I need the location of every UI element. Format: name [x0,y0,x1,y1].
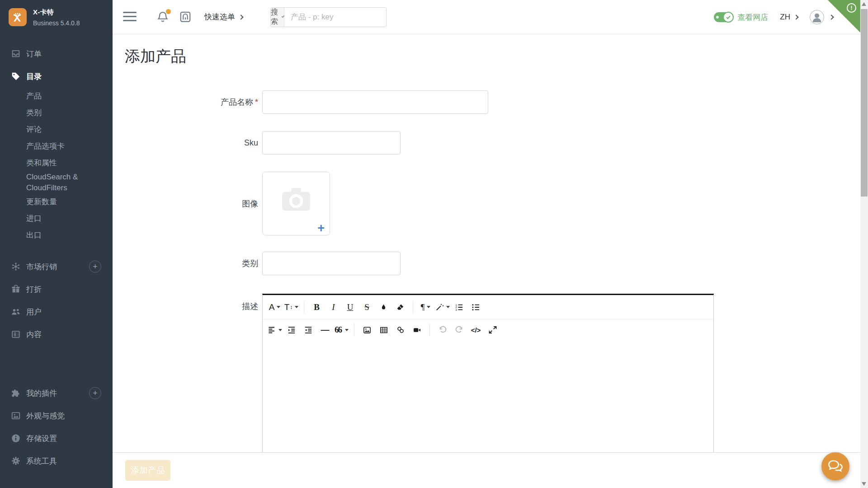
styles-wand-button[interactable] [434,299,451,315]
main-content: 添加产品 产品名称* Sku 图像 + 类别 描述 [113,34,860,452]
search-input[interactable] [284,8,387,27]
storefront-toggle[interactable] [714,12,733,22]
sidebar-item-label: 我的插件 [26,388,57,399]
fullscreen-button[interactable] [484,322,501,338]
sidebar-item-addons[interactable]: 我的插件 + [0,382,113,404]
redo-button[interactable] [451,322,467,338]
blockquote-button[interactable]: 66 [333,322,350,338]
scroll-up-arrow-icon[interactable] [862,2,866,6]
app-edition: Business 5.4.0.8 [33,19,80,27]
scroll-down-arrow-icon[interactable] [862,482,866,486]
sidebar-item-cloudsearch[interactable]: CloudSearch & CloudFilters [0,171,113,193]
horizontal-rule-button[interactable]: — [316,322,333,338]
required-asterisk: * [255,98,258,107]
chevron-right-icon [793,14,798,19]
sidebar-item-content[interactable]: 内容 [0,323,113,346]
scrollbar-thumb[interactable] [861,9,868,197]
sidebar-item-system-tools[interactable]: 系统工具 [0,450,113,472]
paragraph-format-button[interactable]: ¶ [417,299,434,315]
eraser-icon [396,303,405,312]
sidebar-item-marketing[interactable]: 市场行销 + [0,255,113,278]
app-brand[interactable]: X-卡特 Business 5.4.0.8 [0,0,113,34]
sidebar-item-categories[interactable]: 类别 [0,104,113,121]
sidebar: X-卡特 Business 5.4.0.8 订单 目录 产品 类别 [0,0,113,488]
description-label: 描述 [113,294,262,312]
image-label: 图像 [113,198,262,209]
strikethrough-button[interactable]: S [359,299,375,315]
align-button[interactable] [266,322,283,338]
outdent-button[interactable] [300,322,316,338]
sidebar-item-classes-attributes[interactable]: 类和属性 [0,155,113,171]
sidebar-nav: 订单 目录 产品 类别 评论 产品选项卡 类和属性 CloudSearch & … [0,42,113,472]
sku-input[interactable] [262,131,401,155]
caret-down-icon [295,306,298,308]
insert-image-icon [363,326,372,334]
text-color-button[interactable] [375,299,392,315]
sidebar-item-label: 订单 [26,49,42,59]
category-label: 类别 [113,258,262,269]
font-size-button[interactable]: T↕ [283,299,300,315]
notifications-button[interactable] [156,10,170,24]
sidebar-item-orders[interactable]: 订单 [0,42,113,65]
description-editor-body[interactable] [263,340,713,452]
insert-image-button[interactable] [359,322,375,338]
sidebar-item-label: 外观与感觉 [26,411,65,421]
check-icon [723,12,734,23]
language-selector[interactable]: ZH [780,13,798,22]
underline-button[interactable]: U [342,299,359,315]
sidebar-item-products[interactable]: 产品 [0,88,113,104]
alert-icon[interactable]: ! [847,3,856,13]
sidebar-item-reviews[interactable]: 评论 [0,121,113,138]
ordered-list-button[interactable]: 123 [451,299,467,315]
font-color-button[interactable]: A [266,299,283,315]
magic-wand-icon [435,303,444,311]
marketing-add-button[interactable]: + [89,261,101,273]
search-scope-dropdown[interactable]: 搜索 [271,8,284,27]
droplet-icon [380,303,387,312]
caret-down-icon [345,329,349,331]
indent-icon [287,326,296,334]
bold-button[interactable]: B [308,299,325,315]
avatar [810,10,824,24]
camera-icon [279,184,313,215]
unordered-list-button[interactable] [467,299,484,315]
quick-menu-link[interactable]: 快速选单 [204,12,243,22]
sidebar-item-catalog[interactable]: 目录 [0,65,113,88]
insert-table-button[interactable] [375,322,392,338]
sidebar-item-product-tabs[interactable]: 产品选项卡 [0,138,113,155]
add-image-plus-icon[interactable]: + [317,222,325,235]
sidebar-item-store-settings[interactable]: 存储设置 [0,427,113,450]
sidebar-item-look-feel[interactable]: 外观与感觉 [0,404,113,427]
add-product-submit-button[interactable]: 添加产品 [125,460,170,481]
category-input[interactable] [262,252,401,275]
clear-format-button[interactable] [392,299,409,315]
sidebar-item-export[interactable]: 出口 [0,227,113,244]
view-store-link[interactable]: 查看网店 [714,12,768,23]
live-chat-button[interactable] [821,452,849,480]
page-scrollbar[interactable] [860,0,868,488]
sidebar-item-import[interactable]: 进口 [0,210,113,227]
insert-video-button[interactable] [409,322,425,338]
code-view-button[interactable]: </> [467,322,484,338]
sidebar-item-update-quantity[interactable]: 更新数量 [0,193,113,210]
marketplace-button[interactable] [179,10,193,24]
italic-button[interactable]: I [325,299,342,315]
sidebar-item-discounts[interactable]: 打折 [0,278,113,300]
gift-icon [10,284,21,295]
product-name-input[interactable] [262,90,488,114]
image-upload-dropzone[interactable]: + [262,172,330,235]
orders-icon [10,48,21,59]
addons-add-button[interactable]: + [89,387,101,399]
caret-down-icon [446,306,450,308]
caret-down-icon [277,306,280,308]
indent-button[interactable] [283,322,300,338]
sku-label: Sku [113,138,262,148]
insert-link-button[interactable] [392,322,409,338]
catalog-submenu: 产品 类别 评论 产品选项卡 类和属性 CloudSearch & CloudF… [0,88,113,244]
sidebar-item-users[interactable]: 用户 [0,300,113,323]
undo-button[interactable] [434,322,451,338]
editor-toolbar-row1: A T↕ B I U S [263,295,713,319]
menu-toggle-icon[interactable] [123,12,137,23]
sidebar-item-label: 目录 [26,71,42,82]
rich-text-editor: A T↕ B I U S [262,294,714,452]
